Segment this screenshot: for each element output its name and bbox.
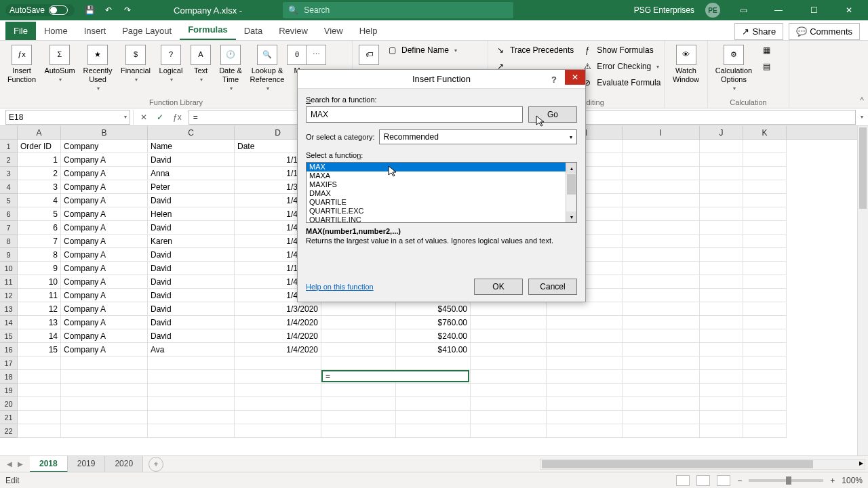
share-button[interactable]: ↗Share bbox=[734, 23, 783, 40]
cell[interactable] bbox=[61, 397, 148, 411]
cell[interactable] bbox=[623, 167, 700, 180]
cell[interactable] bbox=[321, 397, 396, 411]
cell[interactable] bbox=[743, 140, 787, 153]
cell[interactable]: 13 bbox=[18, 316, 61, 329]
cell[interactable]: Order ID bbox=[18, 140, 61, 153]
cell[interactable] bbox=[61, 411, 148, 424]
row-header[interactable]: 19 bbox=[0, 384, 18, 397]
cell[interactable] bbox=[700, 153, 743, 167]
tab-help[interactable]: Help bbox=[351, 22, 386, 40]
zoom-out-icon[interactable]: − bbox=[737, 476, 742, 485]
cell[interactable] bbox=[321, 343, 396, 357]
cell[interactable] bbox=[623, 343, 700, 357]
function-search-input[interactable] bbox=[306, 106, 523, 123]
row-header[interactable]: 4 bbox=[0, 180, 18, 194]
cell[interactable]: 1/4/2020 bbox=[235, 316, 321, 329]
cell[interactable] bbox=[743, 248, 787, 262]
row-header[interactable]: 5 bbox=[0, 194, 18, 207]
tab-file[interactable]: File bbox=[5, 22, 36, 40]
cell[interactable] bbox=[623, 275, 700, 289]
cell[interactable] bbox=[743, 370, 787, 384]
cell[interactable] bbox=[743, 289, 787, 302]
cell[interactable] bbox=[396, 397, 471, 411]
cell[interactable] bbox=[700, 248, 743, 262]
horizontal-scrollbar[interactable]: ◀ ▶ bbox=[540, 459, 865, 470]
cell[interactable] bbox=[623, 235, 700, 248]
cell[interactable] bbox=[743, 235, 787, 248]
name-manager-button[interactable]: 🏷 bbox=[357, 43, 381, 65]
cell[interactable]: $410.00 bbox=[396, 343, 471, 357]
cell[interactable] bbox=[700, 262, 743, 275]
cell[interactable] bbox=[623, 384, 700, 397]
cell[interactable] bbox=[396, 424, 471, 438]
cell[interactable]: David bbox=[148, 153, 235, 167]
save-icon[interactable]: 💾 bbox=[84, 5, 95, 16]
cell[interactable] bbox=[396, 411, 471, 424]
cell[interactable]: David bbox=[148, 221, 235, 235]
user-avatar[interactable]: PE bbox=[705, 3, 720, 18]
cell[interactable] bbox=[623, 411, 700, 424]
cell[interactable] bbox=[18, 411, 61, 424]
cell[interactable] bbox=[743, 167, 787, 180]
row-header[interactable]: 6 bbox=[0, 207, 18, 221]
zoom-level[interactable]: 100% bbox=[842, 476, 863, 485]
cell[interactable]: David bbox=[148, 194, 235, 207]
cell[interactable] bbox=[743, 275, 787, 289]
financial-button[interactable]: $Financial▾ bbox=[118, 43, 153, 83]
cell[interactable] bbox=[471, 302, 547, 316]
cell[interactable]: Ava bbox=[148, 343, 235, 357]
cell[interactable] bbox=[700, 194, 743, 207]
row-header[interactable]: 14 bbox=[0, 316, 18, 329]
cell[interactable] bbox=[547, 370, 623, 384]
cell[interactable] bbox=[700, 275, 743, 289]
cell[interactable]: Company A bbox=[61, 302, 148, 316]
cell[interactable] bbox=[743, 329, 787, 343]
function-list-item[interactable]: MAXA bbox=[307, 171, 576, 180]
cell[interactable] bbox=[235, 370, 321, 384]
cell[interactable]: Peter bbox=[148, 180, 235, 194]
cell[interactable] bbox=[235, 397, 321, 411]
comments-button[interactable]: 💬Comments bbox=[789, 23, 860, 40]
logical-button[interactable]: ?Logical▾ bbox=[156, 43, 186, 83]
cell[interactable] bbox=[623, 194, 700, 207]
cell[interactable]: Company A bbox=[61, 289, 148, 302]
category-select[interactable]: Recommended ▾ bbox=[379, 129, 578, 144]
cell[interactable] bbox=[471, 424, 547, 438]
cell[interactable] bbox=[623, 302, 700, 316]
cancel-formula-icon[interactable]: ✕ bbox=[140, 113, 147, 122]
cell[interactable] bbox=[321, 357, 396, 370]
cell[interactable] bbox=[547, 357, 623, 370]
undo-icon[interactable]: ↶ bbox=[103, 5, 114, 16]
search-box[interactable]: 🔍 Search bbox=[283, 2, 513, 18]
cell[interactable]: Company A bbox=[61, 180, 148, 194]
fx-bar-icon[interactable]: ƒx bbox=[173, 113, 182, 122]
cell[interactable]: 11 bbox=[18, 289, 61, 302]
sheet-tab-2020[interactable]: 2020 bbox=[105, 456, 143, 472]
sheet-nav-prev-icon[interactable]: ◀ bbox=[7, 460, 12, 468]
collapse-ribbon-icon[interactable]: ^ bbox=[860, 96, 864, 105]
col-header-I[interactable]: I bbox=[623, 126, 700, 139]
cell[interactable] bbox=[743, 302, 787, 316]
cell[interactable] bbox=[700, 424, 743, 438]
function-list-item[interactable]: MAX bbox=[307, 163, 576, 171]
cell[interactable] bbox=[623, 316, 700, 329]
cell[interactable]: 9 bbox=[18, 262, 61, 275]
cell[interactable] bbox=[18, 370, 61, 384]
cell[interactable] bbox=[471, 329, 547, 343]
cell[interactable]: 7 bbox=[18, 235, 61, 248]
row-header[interactable]: 22 bbox=[0, 424, 18, 438]
function-listbox[interactable]: MAXMAXAMAXIFSDMAXQUARTILEQUARTILE.EXCQUA… bbox=[306, 162, 577, 223]
cell[interactable] bbox=[235, 411, 321, 424]
cell[interactable] bbox=[623, 207, 700, 221]
cell[interactable] bbox=[148, 370, 235, 384]
row-header[interactable]: 7 bbox=[0, 221, 18, 235]
row-header[interactable]: 8 bbox=[0, 235, 18, 248]
cell[interactable] bbox=[148, 424, 235, 438]
cell[interactable] bbox=[547, 384, 623, 397]
cell[interactable]: Company A bbox=[61, 343, 148, 357]
cell[interactable] bbox=[700, 302, 743, 316]
dialog-title-bar[interactable]: Insert Function ? ✕ bbox=[298, 70, 585, 89]
tab-page-layout[interactable]: Page Layout bbox=[114, 22, 180, 40]
cell[interactable] bbox=[743, 207, 787, 221]
cell[interactable]: 1/4/2020 bbox=[235, 343, 321, 357]
